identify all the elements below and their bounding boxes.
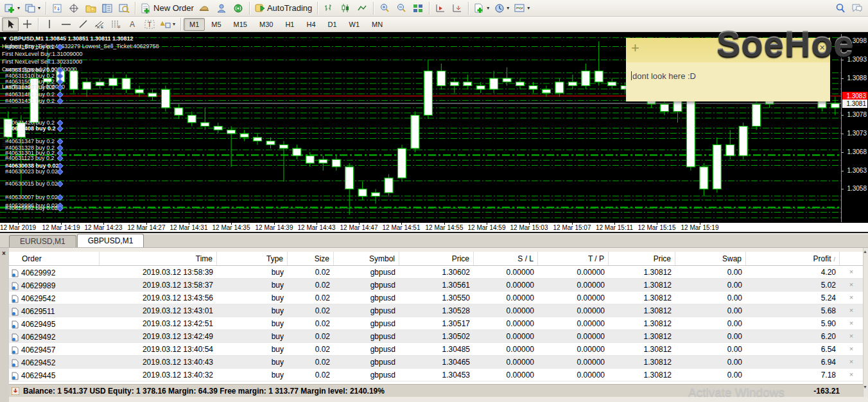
close-order-icon[interactable]: ×: [840, 343, 863, 355]
terminal-button[interactable]: [99, 1, 116, 15]
auto-scroll-button[interactable]: [449, 1, 465, 15]
chart-tab-eurusd-m1[interactable]: EURUSD,M1: [9, 235, 76, 247]
community-button[interactable]: [213, 1, 230, 15]
order-row[interactable]: 406295422019.03.12 13:43:56buy0.02gbpusd…: [9, 292, 863, 304]
close-order-icon[interactable]: ×: [840, 330, 863, 342]
timeframe-w1-button[interactable]: W1: [343, 18, 366, 31]
vertical-scrollbar[interactable]: ▲ ▼: [863, 248, 868, 397]
close-order-icon[interactable]: ×: [840, 356, 863, 368]
order-row[interactable]: 406294572019.03.12 13:40:54buy0.02gbpusd…: [9, 343, 863, 356]
timeframe-m15-button[interactable]: M15: [228, 18, 253, 31]
column-header-time[interactable]: Time: [100, 252, 217, 265]
column-header-size[interactable]: Size: [288, 252, 334, 265]
trendline-button[interactable]: [74, 17, 91, 31]
new-chart-button[interactable]: ▾: [2, 1, 22, 15]
navigator-button[interactable]: [82, 1, 99, 15]
zoom-in-button[interactable]: [376, 1, 393, 15]
chart-tab-gbpusd-m1[interactable]: GBPUSD,M1: [77, 234, 144, 247]
candlestick-chart-button[interactable]: [337, 1, 354, 15]
column-header-symbol[interactable]: Symbol: [334, 252, 399, 265]
dropdown-caret-icon[interactable]: ▾: [38, 5, 40, 11]
vertical-line-button[interactable]: [41, 17, 58, 31]
text-button[interactable]: A: [125, 17, 141, 31]
channel-button[interactable]: E: [91, 17, 108, 31]
timeframe-m5-button[interactable]: M5: [205, 18, 227, 31]
time-axis[interactable]: 12 Mar 201912 Mar 14:1912 Mar 14:2312 Ma…: [0, 223, 868, 233]
orders-table-header[interactable]: OrderTimeTypeSizeSymbolPriceS / LT / PPr…: [9, 252, 863, 266]
dropdown-caret-icon[interactable]: ▾: [527, 5, 530, 11]
order-cell: 1.30550: [399, 292, 474, 304]
cursor-button[interactable]: [2, 17, 19, 31]
close-order-icon[interactable]: ×: [840, 369, 863, 381]
timeframe-h4-button[interactable]: H4: [300, 18, 321, 31]
chat-button[interactable]: [849, 1, 865, 15]
line-chart-button[interactable]: [354, 1, 370, 15]
dropdown-caret-icon[interactable]: ▾: [507, 5, 509, 11]
column-header-sl[interactable]: S / L: [474, 252, 538, 265]
chart-shift-icon: [435, 3, 446, 13]
indicators-button[interactable]: ▾: [471, 1, 492, 15]
close-order-icon[interactable]: ×: [840, 304, 863, 317]
timeframe-h1-button[interactable]: H1: [279, 18, 300, 31]
crosshair-button[interactable]: [19, 17, 35, 31]
periods-button[interactable]: ▾: [492, 1, 512, 15]
tile-windows-button[interactable]: [410, 1, 426, 15]
strategy-tester-button[interactable]: [116, 1, 132, 15]
bar-chart-button[interactable]: [320, 1, 337, 15]
note-text[interactable]: dont look here :D: [626, 62, 830, 81]
close-order-icon[interactable]: ×: [840, 266, 863, 278]
order-cell: 0.00000: [538, 266, 609, 278]
order-doc-icon: [12, 282, 19, 290]
dropdown-caret-icon[interactable]: ▾: [487, 5, 489, 11]
search-button[interactable]: [832, 1, 849, 15]
order-row[interactable]: 406294922019.03.12 13:42:49buy0.02gbpusd…: [9, 330, 863, 343]
templates-button[interactable]: ▾: [512, 1, 532, 15]
order-row[interactable]: 406294522019.03.12 13:40:43buy0.02gbpusd…: [9, 356, 863, 369]
chart-plot-area[interactable]: ▼ GBPUSD,M1 1.30845 1.30851 1.30811 1.30…: [0, 34, 841, 222]
autotrading-button[interactable]: AutoTrading: [252, 1, 315, 15]
zoom-out-button[interactable]: [393, 1, 410, 15]
column-header-price[interactable]: Price: [399, 252, 474, 265]
scroll-down-icon[interactable]: ▼: [863, 385, 867, 389]
column-header-price[interactable]: Price: [609, 252, 675, 265]
column-header-order[interactable]: Order: [9, 252, 100, 265]
close-order-icon[interactable]: ×: [840, 292, 863, 304]
column-header-type[interactable]: Type: [217, 252, 288, 265]
terminal-close-icon[interactable]: ×: [2, 250, 6, 256]
data-window-button[interactable]: [65, 1, 82, 15]
note-add-icon[interactable]: +: [631, 42, 639, 55]
order-row[interactable]: 406295112019.03.12 13:43:01buy0.02gbpusd…: [9, 304, 863, 317]
order-row[interactable]: 406299922019.03.12 13:58:39buy0.02gbpusd…: [9, 266, 863, 279]
timeframe-d1-button[interactable]: D1: [322, 18, 343, 31]
signals-button[interactable]: [230, 1, 247, 15]
market-watch-button[interactable]: [49, 1, 65, 15]
chart-window[interactable]: ▼ GBPUSD,M1 1.30845 1.30851 1.30811 1.30…: [0, 32, 868, 223]
column-header-swap[interactable]: Swap: [675, 252, 746, 265]
order-row[interactable]: 406294952019.03.12 13:42:51buy0.02gbpusd…: [9, 317, 863, 330]
scroll-up-icon[interactable]: ▲: [863, 249, 867, 254]
column-header-tp[interactable]: T / P: [538, 252, 609, 265]
order-cell: 0.00000: [474, 279, 538, 291]
timeframe-mn-button[interactable]: MN: [366, 18, 388, 31]
shapes-button[interactable]: ▾: [158, 17, 178, 31]
chart-shift-button[interactable]: [432, 1, 449, 15]
order-cell: buy: [217, 369, 288, 381]
total-profit: -163.21: [813, 387, 863, 396]
fibonacci-button[interactable]: F: [108, 17, 125, 31]
order-cell: 0.00000: [538, 292, 609, 304]
timeframe-m30-button[interactable]: M30: [254, 18, 279, 31]
chart-profiles-button[interactable]: ▾: [22, 1, 43, 15]
close-order-icon[interactable]: ×: [840, 279, 863, 291]
horizontal-line-icon: [61, 19, 71, 29]
expert-advisors-button[interactable]: [196, 1, 213, 15]
label-button[interactable]: T: [141, 17, 158, 31]
dropdown-caret-icon[interactable]: ▾: [173, 21, 175, 27]
new-order-button[interactable]: New Order: [138, 1, 196, 15]
order-row[interactable]: 406299892019.03.12 13:58:37buy0.02gbpusd…: [9, 279, 863, 292]
horizontal-line-button[interactable]: [58, 17, 74, 31]
dropdown-caret-icon[interactable]: ▾: [17, 5, 20, 11]
order-row[interactable]: 406294452019.03.12 13:40:32buy0.02gbpusd…: [9, 369, 863, 381]
close-order-icon[interactable]: ×: [840, 317, 863, 329]
column-header-profit[interactable]: Profit/: [746, 252, 840, 265]
timeframe-m1-button[interactable]: M1: [184, 18, 205, 31]
